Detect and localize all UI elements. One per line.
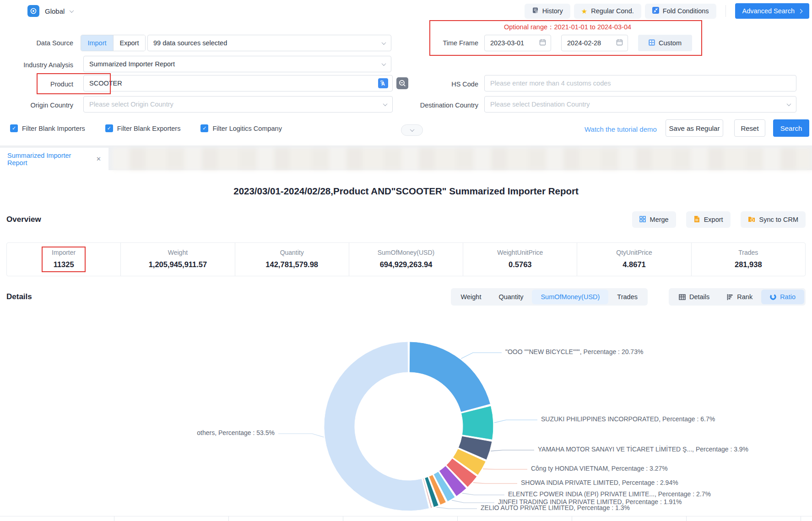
exclude-search-icon[interactable] <box>396 77 408 89</box>
checkbox-label: Filter Logitics Company <box>212 125 282 132</box>
fold-conditions-button[interactable]: Fold Conditions <box>645 4 716 19</box>
filter-checkbox-0[interactable]: ✓Filter Blank Importers <box>10 124 85 132</box>
product-input[interactable] <box>83 75 393 91</box>
destination-country-label: Destination Country <box>410 101 478 110</box>
importer-ratio-chart: "OOO ""NEW BICYCLE""", Percentage : 20.7… <box>0 306 812 521</box>
tab-summarized-importer-report[interactable]: Summarized Importer Report ✕ <box>0 148 108 170</box>
stat-label: QtyUnitPrice <box>577 249 691 256</box>
industry-analysis-select[interactable]: Summarized Importer Report <box>83 56 391 72</box>
checkbox-checked-icon[interactable]: ✓ <box>200 124 208 132</box>
page: Global History ★ Regular Cond. Fold Cond… <box>0 0 812 521</box>
history-label: History <box>542 7 563 15</box>
import-toggle[interactable]: Import <box>81 35 113 51</box>
divider <box>725 5 726 17</box>
label-leader-line <box>483 469 527 469</box>
search-form: Data Source Import Export 99 data source… <box>0 22 812 145</box>
stat-value: 1,205,945,911.57 <box>121 260 234 269</box>
filter-checkbox-2[interactable]: ✓Filter Logitics Company <box>200 124 282 132</box>
destination-country-select[interactable]: Please select Destination Country <box>484 96 796 113</box>
sync-to-crm-label: Sync to CRM <box>759 216 798 223</box>
start-date-field[interactable]: 2023-03-01 <box>484 35 551 51</box>
overview-header: Overview Merge Export Sync to CRM <box>6 210 806 229</box>
pie-slice-0[interactable] <box>409 342 490 412</box>
merge-label: Merge <box>650 216 669 223</box>
translate-icon[interactable]: A <box>378 78 388 88</box>
hs-code-input[interactable] <box>484 75 796 91</box>
sync-to-crm-button[interactable]: Sync to CRM <box>741 211 806 228</box>
chart-label: others, Percentage : 53.5% <box>197 429 275 436</box>
regular-cond-button[interactable]: ★ Regular Cond. <box>574 4 641 19</box>
data-sources-select[interactable]: 99 data sources selected <box>147 35 391 51</box>
tutorial-link[interactable]: Watch the tutorial demo <box>585 125 657 133</box>
end-date-field[interactable]: 2024-02-28 <box>561 35 628 51</box>
report-title: 2023/03/01-2024/02/28,Product AND"SCOOTE… <box>0 170 812 199</box>
stat-label: Trades <box>692 249 805 256</box>
custom-range-button[interactable]: Custom <box>638 35 692 51</box>
overview-heading: Overview <box>6 215 41 224</box>
save-as-regular-button[interactable]: Save as Regular <box>666 119 723 137</box>
stat-weightunitprice: WeightUnitPrice0.5763 <box>463 243 577 276</box>
advanced-search-button[interactable]: Advanced Search <box>735 3 809 19</box>
calendar-icon <box>616 39 623 47</box>
chart-label: "OOO ""NEW BICYCLE""", Percentage : 20.7… <box>505 348 643 355</box>
search-button[interactable]: Search <box>773 119 809 137</box>
region-selector[interactable]: Global <box>27 5 73 17</box>
rank-icon <box>727 294 733 300</box>
view-tab-rank[interactable]: Rank <box>718 290 761 304</box>
label-leader-line <box>473 483 517 483</box>
stat-trades: Trades281,938 <box>691 243 805 276</box>
checkbox-row: ✓Filter Blank Importers✓Filter Blank Exp… <box>10 124 282 132</box>
optional-range-text: Optional range：2021-01-01 to 2024-03-04 <box>435 23 700 32</box>
advanced-search-label: Advanced Search <box>742 7 795 15</box>
metric-tab-trades[interactable]: Trades <box>608 290 646 304</box>
label-leader-line <box>462 493 504 495</box>
chart-label: SUZUKI PHILIPPINES INCORPORATED, Percent… <box>541 415 715 423</box>
origin-country-select[interactable]: Please select Origin Country <box>83 96 393 113</box>
details-icon <box>679 294 686 300</box>
filter-checkbox-1[interactable]: ✓Filter Blank Exporters <box>105 124 181 132</box>
checkbox-checked-icon[interactable]: ✓ <box>10 124 18 132</box>
history-button[interactable]: History <box>525 4 570 19</box>
region-label: Global <box>45 7 65 15</box>
fold-conditions-label: Fold Conditions <box>663 7 709 15</box>
view-tabs: DetailsRankRatio <box>669 288 806 306</box>
destination-country-placeholder: Please select Destination Country <box>490 101 590 108</box>
expand-conditions-button[interactable] <box>401 124 423 136</box>
table-top-hint <box>0 516 812 521</box>
close-icon[interactable]: ✕ <box>96 156 101 162</box>
start-date-value: 2023-03-01 <box>490 39 524 47</box>
merge-button[interactable]: Merge <box>632 211 676 228</box>
chart-label: YAMAHA MOTOR SANAYI VE TİCARET LİMİTED Ş… <box>538 446 748 453</box>
stat-quantity: Quantity142,781,579.98 <box>235 243 349 276</box>
chevron-down-icon <box>382 40 386 45</box>
checkbox-checked-icon[interactable]: ✓ <box>105 124 113 132</box>
data-source-label: Data Source <box>5 38 73 48</box>
checkbox-label: Filter Blank Importers <box>22 125 85 132</box>
stat-value: 4.8671 <box>577 260 691 269</box>
star-icon: ★ <box>581 8 587 15</box>
reset-button[interactable]: Reset <box>734 119 765 137</box>
ratio-icon <box>770 294 776 300</box>
view-tab-label: Ratio <box>780 293 796 301</box>
export-toggle[interactable]: Export <box>113 35 145 51</box>
topbar: Global History ★ Regular Cond. Fold Cond… <box>0 0 812 22</box>
label-leader-line <box>491 450 534 451</box>
details-controls: WeightQuantitySumOfMoney(USD)Trades Deta… <box>451 288 806 306</box>
stat-value: 11325 <box>7 260 120 269</box>
chevron-down-icon <box>382 61 386 66</box>
calendar-icon <box>539 39 546 47</box>
view-tab-label: Details <box>689 293 709 301</box>
custom-grid-icon <box>649 39 655 47</box>
chart-label: ELENTEC POWER INDIA (EPI) PRIVATE LIMITE… <box>508 490 711 498</box>
export-button[interactable]: Export <box>686 211 731 228</box>
chart-label: ZELIO AUTO PRIVATE LIMITED, Percentage :… <box>481 504 630 511</box>
view-tab-details[interactable]: Details <box>670 290 718 304</box>
export-label: Export <box>704 216 723 223</box>
metric-tab-quantity[interactable]: Quantity <box>490 290 532 304</box>
details-heading: Details <box>6 292 32 301</box>
stat-label: Importer <box>7 249 120 256</box>
metric-tab-weight[interactable]: Weight <box>452 290 490 304</box>
metric-tab-sumofmoney-usd-[interactable]: SumOfMoney(USD) <box>532 290 608 304</box>
view-tab-ratio[interactable]: Ratio <box>761 290 804 304</box>
stat-label: WeightUnitPrice <box>463 249 577 256</box>
